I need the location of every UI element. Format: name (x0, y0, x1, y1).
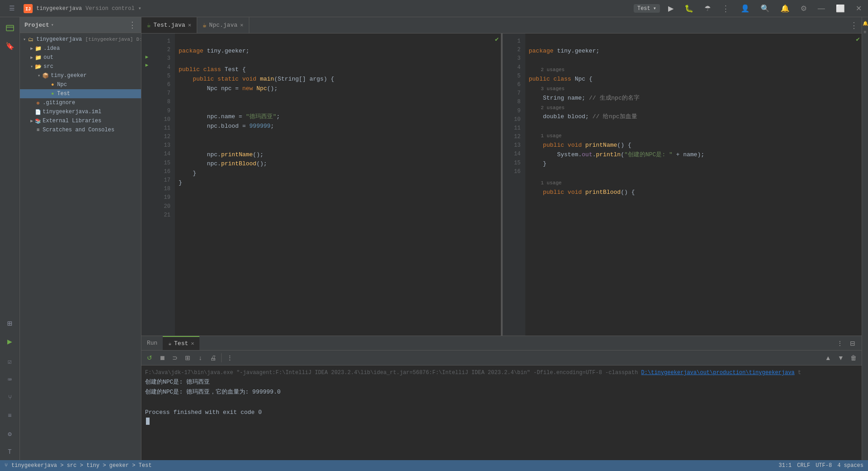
sidebar-icon-todo[interactable]: ☑ (2, 353, 18, 370)
bottom-tab-test[interactable]: ☕ Test ✕ (163, 336, 199, 350)
tree-item-npc[interactable]: ▶ ● Npc (20, 80, 141, 89)
indent-settings[interactable]: 4 spaces (837, 462, 863, 469)
print-btn[interactable]: 🖨 (208, 352, 218, 363)
bottom-tab-close[interactable]: ✕ (191, 340, 194, 347)
search-button[interactable]: 🔍 (758, 3, 772, 14)
structure-panel-icon[interactable]: ≡ (863, 30, 866, 35)
tree-item-out[interactable]: ▶ 📁 out (20, 53, 141, 62)
ln-14: 14 (152, 150, 175, 159)
minimize-button[interactable]: — (815, 4, 828, 14)
stop-btn[interactable]: ⏹ (157, 352, 168, 363)
tree-item-scratches[interactable]: ▶ ≡ Scratches and Consoles (20, 125, 141, 135)
notifications-button[interactable]: 🔔 (778, 3, 792, 14)
nln-9: 9 (503, 107, 525, 115)
run-config-label: Test (637, 5, 650, 12)
ln-11: 11 (152, 124, 175, 133)
coverage-button[interactable]: ☂ (702, 3, 713, 14)
line-ending[interactable]: CRLF (797, 462, 810, 469)
run-config-selector[interactable]: Test ▾ (634, 4, 660, 13)
bottom-panel-minimize-btn[interactable]: ⊟ (847, 338, 858, 349)
maximize-button[interactable]: ⬜ (833, 3, 848, 14)
tree-item-test[interactable]: ▶ ● Test (20, 89, 141, 98)
code-content-npc[interactable]: package tiny.geeker; 2 usages public cla… (525, 34, 862, 336)
nln-11: 11 (503, 124, 525, 133)
status-left: ⑂ tinygeekerjava > src > tiny > geeker >… (5, 462, 152, 469)
code-content-test[interactable]: package tiny.geeker; public class Test {… (175, 34, 501, 336)
tree-arrow-package: ▾ (36, 73, 42, 78)
gutter-test: ▶ ▶ (141, 34, 152, 336)
hamburger-menu-icon[interactable]: ☰ (4, 0, 20, 17)
npc-line-8: double blood; // 给npc加血量 (529, 113, 637, 120)
tree-arrow-extlib: ▶ (29, 118, 34, 124)
nln-10: 10 (503, 115, 525, 124)
code-line-10: npc.printName(); (179, 151, 263, 158)
ln-2: 2 (152, 46, 175, 54)
restore-layout-btn[interactable]: ⊞ (182, 352, 193, 363)
project-panel-menu[interactable]: ⋮ (128, 20, 136, 30)
tree-item-root[interactable]: ▾ 🗂 tinygeekerjava [tinygeekerjava] D:\t… (20, 35, 141, 44)
cursor-position[interactable]: 31:1 (779, 462, 792, 469)
project-panel-header[interactable]: Project ▾ ⋮ (20, 17, 141, 33)
sidebar-icon-settings[interactable]: ⚙ (2, 426, 18, 442)
version-control-label[interactable]: Version control (86, 5, 135, 12)
trash-btn[interactable]: 🗑 (848, 352, 859, 363)
output-line-1: 创建的NPC是: 德玛西亚 (145, 377, 858, 387)
tree-item-iml[interactable]: ▶ 📄 tinygeekerjava.iml (20, 107, 141, 116)
tree-item-gitignore[interactable]: ▶ ⊗ .gitignore (20, 98, 141, 107)
debug-button[interactable]: 🐛 (682, 3, 696, 14)
bottom-tab-run-label: Run (147, 340, 157, 346)
code-line-3: public class Test { (179, 66, 246, 73)
sidebar-icon-git[interactable]: ⑂ (2, 389, 18, 406)
tab-npc-java[interactable]: ☕ Npc.java ✕ (197, 17, 249, 33)
app-name: tinygeekerjava (36, 5, 82, 12)
cursor-block (146, 418, 150, 425)
cmd-link[interactable]: D:\tinygeekerjava\out\production\tinygee… (641, 370, 795, 376)
rerun-btn[interactable]: ↺ (144, 352, 155, 363)
bottom-tab-run[interactable]: Run (141, 336, 163, 350)
tree-item-idea[interactable]: ▶ 📁 .idea (20, 44, 141, 53)
pause-btn[interactable]: ⊃ (170, 352, 180, 363)
project-tree: ▾ 🗂 tinygeekerjava [tinygeekerjava] D:\t… (20, 33, 141, 460)
gutter-line-3[interactable]: ▶ (141, 53, 152, 61)
title-bar: ☰ IJ tinygeekerjava Version control ▾ Te… (0, 0, 868, 17)
npc-line-16: public void printBlood() { (529, 189, 635, 196)
nln-7: 7 (503, 89, 525, 98)
notifications-panel-icon[interactable]: 🔔 (863, 21, 868, 26)
sidebar-icon-plugins[interactable]: ⊞ (2, 315, 18, 332)
more-actions-button[interactable]: ⋮ (719, 3, 732, 14)
tab-test-java[interactable]: ☕ Test.java ✕ (141, 17, 197, 33)
gutter-line-4[interactable]: ▶ (141, 61, 152, 69)
ln-20: 20 (152, 202, 175, 211)
close-button[interactable]: ✕ (853, 3, 864, 14)
nln-12: 12 (503, 133, 525, 141)
profile-button[interactable]: 👤 (738, 3, 752, 14)
editor-tab-menu[interactable]: ⋮ (846, 20, 862, 30)
sidebar-icon-structure[interactable]: ≡ (2, 408, 18, 424)
run-button[interactable]: ▶ (665, 3, 676, 14)
settings-run-btn[interactable]: ⋮ (224, 352, 235, 363)
tree-item-src[interactable]: ▾ 📂 src (20, 62, 141, 71)
nln-5: 5 (503, 72, 525, 81)
sidebar-icon-run-panel[interactable]: ▶ (2, 333, 18, 350)
down-scroll-btn[interactable]: ▼ (835, 352, 846, 363)
tree-icon-gitignore: ⊗ (34, 99, 42, 106)
cmd-line: F:\Java\jdk-17\bin\java.exe "-javaagent:… (145, 368, 858, 377)
sidebar-icon-bookmarks[interactable]: 🔖 (2, 38, 18, 54)
up-scroll-btn[interactable]: ▲ (823, 352, 834, 363)
settings-button[interactable]: ⚙ (798, 3, 810, 14)
sidebar-icon-terminal[interactable]: ⌨ (2, 371, 18, 388)
tree-item-extlib[interactable]: ▶ 📚 External Libraries (20, 116, 141, 125)
encoding[interactable]: UTF-8 (815, 462, 832, 469)
sidebar-icon-project[interactable] (2, 20, 18, 36)
cmd-text: F:\Java\jdk-17\bin\java.exe "-javaagent:… (145, 370, 641, 376)
tree-item-package[interactable]: ▾ 📦 tiny.geeker (20, 71, 141, 80)
tab-close-npc[interactable]: ✕ (240, 22, 243, 29)
tab-close-test[interactable]: ✕ (188, 22, 191, 29)
sidebar-icon-more[interactable]: T (2, 444, 18, 460)
title-bar-right: Test ▾ ▶ 🐛 ☂ ⋮ 👤 🔍 🔔 ⚙ — ⬜ ✕ (634, 3, 864, 14)
npc-line-12: System.out.println("创建的NPC是: " + name); (529, 151, 705, 158)
ln-6: 6 (152, 81, 175, 89)
bottom-panel-menu-btn[interactable]: ⋮ (834, 338, 845, 349)
scroll-to-end-btn[interactable]: ↓ (195, 352, 206, 363)
tab-bar: ☕ Test.java ✕ ☕ Npc.java ✕ ⋮ (141, 17, 862, 34)
